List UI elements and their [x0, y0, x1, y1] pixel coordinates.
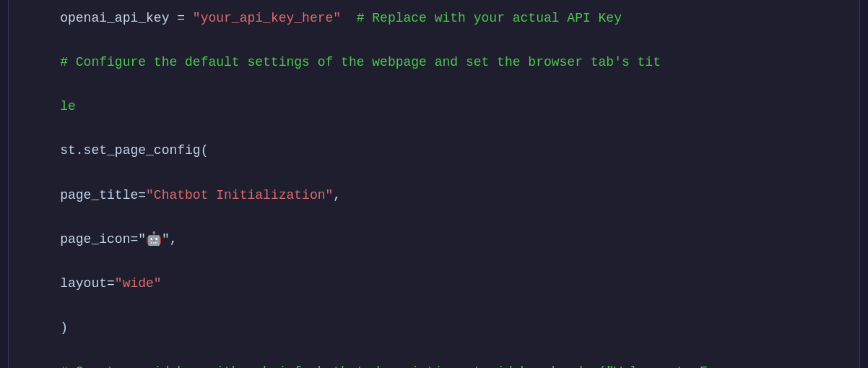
line-10: # Create a sidebar with a brief chatbot …: [29, 364, 778, 368]
line-4b: le: [60, 99, 76, 114]
line-9: ): [60, 320, 68, 335]
line-8-plain: layout=: [60, 276, 115, 291]
line-4: # Configure the default settings of the …: [60, 55, 661, 69]
line-5: st.set_page_config(: [60, 143, 208, 158]
code-container: # Initialization and Configuration # Obt…: [8, 0, 860, 368]
line-6-plain: page_title=: [60, 188, 146, 202]
code-block: # Initialization and Configuration # Obt…: [29, 0, 839, 368]
line-7: page_icon="🤖",: [60, 232, 177, 247]
line-6-comma: ,: [333, 188, 341, 202]
line-3-comment: # Replace with your actual API Key: [341, 11, 622, 25]
line-6-string: "Chatbot Initialization": [146, 188, 333, 202]
line-8-string: "wide": [115, 276, 162, 291]
line-3-string: "your_api_key_here": [193, 11, 341, 25]
line-3-plain: openai_api_key =: [60, 11, 193, 25]
